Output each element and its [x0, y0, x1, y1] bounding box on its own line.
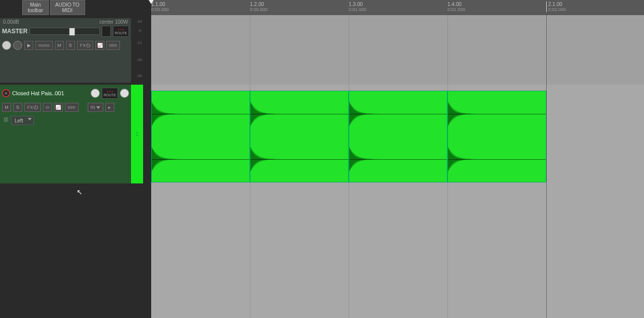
- track-mute-button[interactable]: M: [2, 103, 11, 112]
- tab-audio-to-midi[interactable]: AUDIO TO MIDI: [50, 0, 85, 15]
- arrange-empty-region: [151, 15, 644, 85]
- master-route-button[interactable]: ROUTE: [113, 26, 129, 37]
- master-solo-button[interactable]: S: [66, 41, 75, 50]
- toolbar-tabs: Main toolbar AUDIO TO MIDI: [22, 0, 85, 15]
- master-readouts: 0.00dB center 100W: [0, 18, 131, 25]
- timeline-ruler[interactable]: 1.1.000:00.0001.2.000:00.5001.3.000:01.0…: [151, 0, 644, 15]
- power-icon: [33, 105, 38, 110]
- master-pan-indicator[interactable]: [102, 26, 111, 37]
- track-name[interactable]: Closed Hat Pais..001: [12, 90, 89, 96]
- track-row[interactable]: Closed Hat Paiste 1 render 001.wavClosed…: [151, 85, 644, 183]
- waveform: [250, 91, 348, 182]
- track-route-button[interactable]: ROUTE: [102, 88, 118, 99]
- db-mark: -11: [136, 40, 142, 45]
- master-label: MASTER: [2, 28, 28, 35]
- track-fx-button[interactable]: FX: [24, 103, 41, 112]
- tab-main-toolbar[interactable]: Main toolbar: [22, 0, 49, 15]
- chevron-down-icon: [28, 118, 32, 120]
- track-index: 1: [136, 132, 139, 137]
- automation-mode-knob[interactable]: [2, 41, 11, 50]
- tab-label-line1: Main: [28, 2, 43, 8]
- db-inf: -inf: [137, 19, 142, 24]
- fader-handle[interactable]: [69, 28, 75, 36]
- track-trim-button[interactable]: trim: [65, 103, 79, 112]
- master-meter-scale: -inf 4- -11 -30 -56: [131, 18, 143, 83]
- track-volume-knob[interactable]: [91, 89, 100, 98]
- master-db-readout: 0.00dB: [3, 19, 19, 25]
- power-icon: [86, 43, 90, 48]
- master-volume-fader[interactable]: [30, 28, 100, 35]
- waveform: [152, 91, 249, 182]
- tcp-empty-area[interactable]: [0, 183, 151, 318]
- envelope-icon[interactable]: 📈: [95, 41, 104, 50]
- knob-secondary[interactable]: [13, 41, 22, 50]
- track-pan-knob[interactable]: [120, 89, 129, 98]
- monitor-button[interactable]: ▸: [105, 103, 114, 112]
- playhead-marker[interactable]: [149, 0, 154, 4]
- record-arm-button[interactable]: [2, 89, 10, 97]
- ruler-mark: 2.1.000:02.000: [546, 2, 566, 12]
- ruler-mark: 1.2.000:00.500: [250, 2, 268, 12]
- waveform: [448, 91, 546, 182]
- input-button[interactable]: IN: [88, 103, 103, 112]
- master-pan-width: center 100W: [99, 19, 128, 25]
- track-solo-button[interactable]: S: [13, 103, 22, 112]
- master-trim-button[interactable]: trim: [106, 41, 120, 50]
- db-mark: 4-: [139, 28, 142, 33]
- track-control-panel: Closed Hat Pais..001 ROUTE M S FX ⦵ 📈 tr…: [0, 85, 131, 183]
- audio-clip[interactable]: Closed Hat Paiste 1 render 001.wav: [447, 91, 546, 182]
- track-color-strip[interactable]: 1: [131, 85, 143, 183]
- master-panel: 0.00dB center 100W MASTER ROUTE ▶ mono M…: [0, 18, 131, 83]
- mono-button[interactable]: mono: [35, 41, 53, 50]
- db-mark: -30: [136, 57, 142, 62]
- master-mute-button[interactable]: M: [55, 41, 64, 50]
- audio-clip[interactable]: Closed Hat Paiste 1 render 001.wav: [349, 91, 447, 182]
- ruler-mark: 1.3.000:01.000: [349, 2, 366, 12]
- envelope-icon[interactable]: 📈: [54, 103, 63, 112]
- phase-invert-button[interactable]: ⦵: [43, 103, 52, 112]
- play-icon[interactable]: ▶: [24, 41, 33, 50]
- audio-clip[interactable]: Closed Hat Paiste 1 render 001.wav: [250, 91, 349, 182]
- audio-clip[interactable]: Closed Hat Paiste 1 render 001.wav: [151, 91, 250, 182]
- tab-label-line2: toolbar: [28, 8, 43, 13]
- master-fx-button[interactable]: FX: [77, 41, 94, 50]
- tab-label-line2: MIDI: [55, 8, 80, 13]
- ruler-mark: 1.4.000:01.500: [447, 2, 465, 12]
- waveform: [349, 91, 447, 182]
- arrange-view[interactable]: Closed Hat Paiste 1 render 001.wavClosed…: [151, 15, 644, 318]
- chevron-down-icon: [96, 106, 100, 109]
- ruler-mark: 1.1.000:00.000: [151, 2, 169, 12]
- tab-label-line1: AUDIO TO: [55, 2, 80, 8]
- channel-select-dropdown[interactable]: Left: [11, 116, 34, 125]
- db-mark: -56: [136, 74, 142, 78]
